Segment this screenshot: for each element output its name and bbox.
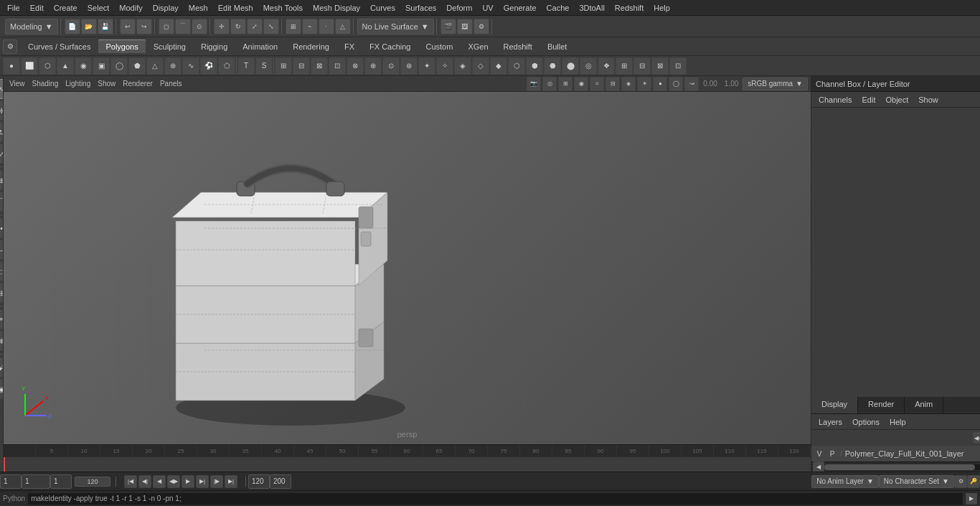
- tab-xgen[interactable]: XGen: [461, 40, 495, 53]
- open-file-btn[interactable]: 📂: [81, 19, 97, 34]
- poly-tool17[interactable]: ⬤: [562, 57, 579, 75]
- undo-btn[interactable]: ↩: [120, 19, 136, 34]
- no-live-surface-btn[interactable]: No Live Surface ▼: [357, 19, 434, 34]
- menu-select[interactable]: Select: [83, 2, 114, 14]
- text-btn[interactable]: T: [237, 57, 255, 75]
- tab-animation[interactable]: Animation: [235, 40, 285, 53]
- torus-btn[interactable]: ◉: [75, 57, 92, 75]
- frame-start-field[interactable]: 1: [0, 474, 22, 489]
- vp-menu-show[interactable]: Show: [95, 78, 118, 89]
- move-tool-btn[interactable]: ✛: [214, 19, 230, 34]
- tab-fx-caching[interactable]: FX Caching: [362, 40, 418, 53]
- lm-options[interactable]: Options: [848, 416, 884, 428]
- menu-file[interactable]: File: [3, 2, 24, 14]
- snap-point-btn[interactable]: ⋅: [319, 19, 334, 34]
- scroll-track[interactable]: [824, 464, 980, 470]
- poly-tool16[interactable]: ⬣: [544, 57, 561, 75]
- tab-redshift[interactable]: Redshift: [496, 40, 540, 53]
- anim-keys-btn[interactable]: 🔑: [967, 475, 980, 488]
- new-file-btn[interactable]: 📄: [65, 19, 80, 34]
- lm-layers[interactable]: Layers: [814, 416, 847, 428]
- menu-mesh[interactable]: Mesh: [184, 2, 212, 14]
- snap-curve-btn[interactable]: ~: [302, 19, 318, 34]
- playback-end-field[interactable]: 120: [248, 474, 270, 489]
- paint-select-btn[interactable]: ⊙: [192, 19, 207, 34]
- vp-menu-renderer[interactable]: Renderer: [120, 78, 156, 89]
- menu-3dtooall[interactable]: 3DtoAll: [575, 2, 608, 14]
- cone-btn[interactable]: ▲: [57, 57, 74, 75]
- menu-curves[interactable]: Curves: [366, 2, 400, 14]
- menu-help[interactable]: Help: [649, 2, 674, 14]
- vp-motion-btn[interactable]: ↝: [684, 77, 699, 91]
- vp-light-btn[interactable]: ☀: [637, 77, 651, 91]
- vp-menu-lighting[interactable]: Lighting: [62, 78, 93, 89]
- cb-menu-show[interactable]: Show: [914, 94, 943, 106]
- pb-play-fwd[interactable]: ▶: [182, 475, 194, 488]
- rotate-tool-btn[interactable]: ↻: [230, 19, 246, 34]
- snap-surface-btn[interactable]: △: [335, 19, 351, 34]
- poly-tool22[interactable]: ⊠: [651, 57, 669, 75]
- pb-prev-key[interactable]: ◀|: [138, 475, 151, 488]
- vp-ao-btn[interactable]: ◯: [669, 77, 683, 91]
- tab-curves-surfaces[interactable]: Curves / Surfaces: [21, 40, 98, 53]
- tab-sculpting[interactable]: Sculpting: [146, 40, 193, 53]
- svg-btn[interactable]: S: [255, 57, 273, 75]
- anim-settings-btn[interactable]: ⚙: [954, 475, 967, 488]
- menu-modify[interactable]: Modify: [115, 2, 146, 14]
- poly-tool9[interactable]: ✦: [418, 57, 435, 75]
- pb-play-back[interactable]: ◀▶: [167, 475, 180, 488]
- poly-tool12[interactable]: ◇: [472, 57, 489, 75]
- pb-next-key[interactable]: |▶: [210, 475, 223, 488]
- scroll-left-btn[interactable]: ◀: [813, 462, 824, 472]
- tab-bullet[interactable]: Bullet: [540, 40, 575, 53]
- poly-tool15[interactable]: ⬢: [526, 57, 543, 75]
- snap-grid-btn[interactable]: ⊞: [286, 19, 301, 34]
- layer-back-btn[interactable]: ◀◀: [973, 432, 980, 444]
- menu-deform[interactable]: Deform: [442, 2, 476, 14]
- cylinder-btn[interactable]: ⬡: [39, 57, 56, 75]
- cube-btn[interactable]: ⬜: [21, 57, 38, 75]
- universal-manip-btn[interactable]: ⤡: [263, 19, 279, 34]
- poly-tool11[interactable]: ◈: [454, 57, 471, 75]
- no-character-set-dropdown[interactable]: No Character Set ▼: [879, 475, 954, 488]
- poly-tool21[interactable]: ⊟: [633, 57, 651, 75]
- pipe-btn[interactable]: ⊕: [164, 57, 182, 75]
- platonic-btn[interactable]: ⬠: [218, 57, 235, 75]
- tab-rendering[interactable]: Rendering: [286, 40, 336, 53]
- cb-menu-channels[interactable]: Channels: [814, 94, 856, 106]
- poly-tool1[interactable]: ⊞: [275, 57, 292, 75]
- poly-tool14[interactable]: ⬡: [508, 57, 525, 75]
- cb-menu-edit[interactable]: Edit: [857, 94, 880, 106]
- python-command-input[interactable]: [28, 493, 963, 505]
- vp-menu-shading[interactable]: Shading: [29, 78, 62, 89]
- poly-tool20[interactable]: ⊞: [616, 57, 633, 75]
- frame-display-field[interactable]: 1: [50, 474, 72, 489]
- menu-edit[interactable]: Edit: [26, 2, 48, 14]
- save-file-btn[interactable]: 💾: [98, 19, 113, 34]
- sphere-btn[interactable]: ●: [3, 57, 20, 75]
- vp-res-btn[interactable]: ⊞: [558, 77, 573, 91]
- pb-prev-frame[interactable]: ◀: [153, 475, 166, 488]
- current-frame-field[interactable]: 1: [22, 474, 50, 489]
- pb-next-frame[interactable]: ▶|: [196, 475, 209, 488]
- poly-tool18[interactable]: ◎: [580, 57, 597, 75]
- vp-xray-btn[interactable]: ◈: [621, 77, 636, 91]
- scale-tool-btn[interactable]: ⤢: [247, 19, 263, 34]
- vp-menu-view[interactable]: View: [6, 78, 28, 89]
- playback-speed-field[interactable]: 200: [270, 474, 291, 489]
- vp-shadow-btn[interactable]: ●: [653, 77, 667, 91]
- vp-isolate-btn[interactable]: ◎: [542, 77, 557, 91]
- menu-surfaces[interactable]: Surfaces: [401, 2, 440, 14]
- helix-btn[interactable]: ∿: [182, 57, 199, 75]
- python-execute-btn[interactable]: ▶: [966, 493, 977, 505]
- render-frame-btn[interactable]: 🎬: [440, 19, 456, 34]
- menu-uv[interactable]: UV: [478, 2, 497, 14]
- vp-grid-btn[interactable]: ⊟: [606, 77, 620, 91]
- poly-tool3[interactable]: ⊠: [311, 57, 328, 75]
- tab-custom[interactable]: Custom: [419, 40, 461, 53]
- tab-fx[interactable]: FX: [337, 40, 362, 53]
- menu-edit-mesh[interactable]: Edit Mesh: [214, 2, 258, 14]
- vp-menu-panels[interactable]: Panels: [157, 78, 185, 89]
- poly-tool8[interactable]: ⊛: [400, 57, 418, 75]
- poly-tool10[interactable]: ✧: [436, 57, 453, 75]
